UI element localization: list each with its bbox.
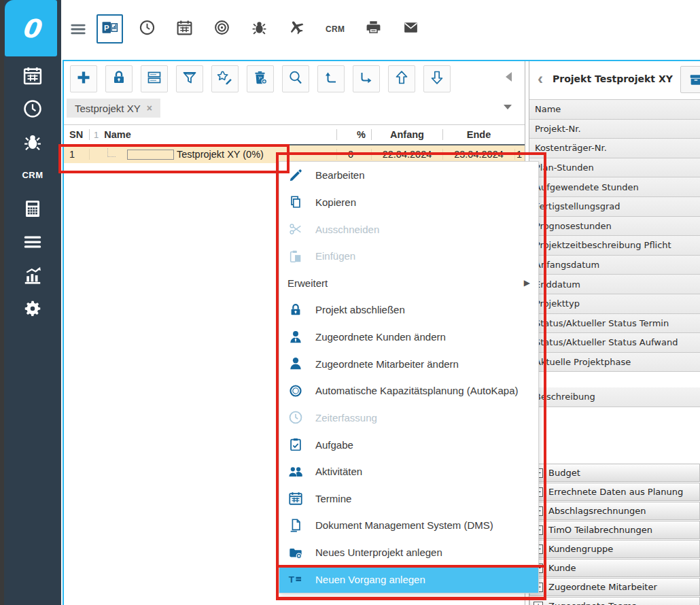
context-menu-item-zugeordnete-mitarbeiter-aendern[interactable]: Zugeordnete Mitarbeiter ändern [279, 350, 538, 377]
field-row[interactable]: Prognosestunden [529, 217, 700, 237]
archive-folder-button[interactable] [680, 66, 700, 93]
app-time-tracking[interactable] [134, 14, 160, 44]
field-row[interactable]: Kostenträger-Nr. [529, 139, 700, 158]
corner-up-icon [323, 69, 339, 88]
field-label: Kostenträger-Nr. [535, 143, 607, 153]
context-menu-item-autokapa[interactable]: Automatische Kapazitätsplanung (AutoKapa… [279, 377, 538, 404]
tab-list-dropdown[interactable] [504, 105, 512, 109]
field-row-beschreibung[interactable]: Beschreibung [529, 387, 700, 407]
context-menu-item-zugeordnete-kunden-aendern[interactable]: Zugeordnete Kunden ändern [279, 324, 538, 351]
task-icon [287, 436, 304, 453]
sidebar-item-lists[interactable] [4, 225, 61, 258]
folder-plus-icon [287, 544, 304, 561]
context-menu-item-neuen-vorgang-anlegen[interactable]: TNeuen Vorgang anlegen [279, 566, 538, 593]
sidebar-item-bug-tracker[interactable] [4, 125, 61, 158]
column-header-percent[interactable]: % [336, 129, 371, 140]
menu-item-label: Aktivitäten [315, 466, 362, 477]
field-row[interactable]: Projekttyp [529, 294, 700, 314]
panel-section[interactable]: Abschlagsrechnungen [529, 502, 700, 520]
level-up-button[interactable] [317, 65, 345, 92]
sidebar-item-calendar[interactable] [4, 58, 61, 92]
app-calendar[interactable] [171, 14, 198, 44]
field-row[interactable]: Enddatum [529, 275, 700, 294]
menu-item-label: Bearbeiten [315, 169, 365, 181]
menu-item-label: Einfügen [315, 250, 355, 262]
field-row[interactable]: Plan-Stunden [529, 158, 700, 178]
collapse-panel-button[interactable] [506, 72, 512, 82]
lock-icon [111, 69, 127, 88]
panel-section[interactable]: Kundengruppe [529, 540, 700, 558]
app-crm[interactable]: CRM [321, 20, 349, 39]
add-button[interactable] [70, 65, 97, 92]
row-sn: 1 [64, 149, 89, 160]
sidebar-item-calculator[interactable] [4, 192, 61, 225]
field-label: Projekttyp [535, 298, 580, 309]
app-targets[interactable] [209, 14, 235, 44]
scissors-icon [287, 221, 304, 237]
field-row[interactable]: Aktuelle Projektphase [529, 353, 700, 373]
sidebar-item-reports[interactable] [4, 258, 61, 292]
sort-indicator: 1 [94, 130, 99, 140]
context-menu-item-dms[interactable]: Dokument Management System (DMS) [279, 512, 538, 539]
sidebar-item-settings[interactable] [4, 292, 61, 325]
column-header-anfang[interactable]: Anfang [371, 129, 442, 140]
context-menu-item-bearbeiten[interactable]: Bearbeiten [279, 162, 538, 189]
app-logo[interactable]: 0 [5, 0, 57, 56]
column-header-sn[interactable]: SN [64, 129, 89, 140]
panel-section[interactable]: Zugeordnete Mitarbeiter [529, 578, 700, 596]
context-menu-item-neues-unterprojekt-anlegen[interactable]: Neues Unterprojekt anlegen [279, 539, 538, 566]
list-view-button[interactable] [141, 65, 168, 92]
search-button[interactable] [282, 65, 309, 92]
gantt-bar[interactable] [127, 150, 174, 160]
menu-item-label: Kopieren [315, 196, 356, 208]
field-row[interactable]: Status/Aktueller Status Aufwand [529, 333, 700, 353]
field-row[interactable]: Projektzeitbeschreibung Pflicht [529, 236, 700, 256]
close-icon[interactable]: × [147, 103, 152, 114]
panel-section[interactable]: TimO Teilabrechnungen [529, 521, 700, 539]
move-down-button[interactable] [423, 65, 451, 92]
field-row[interactable]: Aufgewendete Stunden [529, 177, 700, 197]
app-printing[interactable] [360, 14, 387, 44]
sidebar-item-time[interactable] [4, 92, 61, 125]
app-mail[interactable] [398, 14, 424, 44]
context-menu-item-aufgabe[interactable]: Aufgabe [279, 431, 538, 458]
field-row[interactable]: Fertigstellungsgrad [529, 197, 700, 217]
column-header-name[interactable]: 1 Name [89, 129, 336, 140]
clock-icon [139, 19, 156, 39]
favorites-edit-button[interactable] [211, 65, 239, 92]
lock-button[interactable] [105, 65, 133, 92]
right-panel-title: Projekt Testprojekt XY [553, 73, 673, 84]
app-travel[interactable] [283, 14, 310, 44]
context-menu-item-kopieren[interactable]: Kopieren [279, 189, 538, 216]
context-menu-item-projekt-abschliessen[interactable]: Projekt abschließen [279, 296, 538, 324]
sidebar-item-crm[interactable]: CRM [4, 158, 61, 192]
field-row[interactable]: Projekt-Nr. [529, 120, 700, 139]
panel-sections: BudgetErrechnete Daten aus PlanungAbschl… [529, 464, 700, 605]
app-bug-tracker[interactable] [246, 14, 273, 44]
context-menu-item-aktivitaeten[interactable]: Aktivitäten [279, 458, 538, 485]
level-down-button[interactable] [353, 65, 380, 92]
menu-bars-icon[interactable] [69, 20, 87, 38]
recycle-bin-button[interactable] [247, 65, 274, 92]
field-row[interactable]: Status/Aktueller Status Termin [529, 314, 700, 334]
context-menu-item-erweitert[interactable]: Erweitert▶ [279, 270, 538, 297]
move-up-button[interactable] [388, 65, 415, 92]
field-label: Prognosestunden [535, 221, 612, 231]
filter-button[interactable] [176, 65, 203, 92]
gear-icon [22, 298, 43, 319]
expand-plus-icon[interactable] [533, 602, 543, 605]
printer-icon [365, 19, 382, 39]
context-menu-item-termine[interactable]: Termine [279, 485, 538, 513]
field-label: Status/Aktueller Status Aufwand [535, 337, 678, 347]
panel-section[interactable]: Budget [529, 464, 700, 482]
field-row[interactable]: Anfangsdatum [529, 256, 700, 275]
tab-testprojekt[interactable]: Testprojekt XY × [67, 99, 160, 118]
app-projects[interactable]: P [97, 14, 123, 44]
back-chevron-icon[interactable]: ‹ [538, 71, 543, 87]
panel-section[interactable]: Zugeordnete Teams [529, 597, 700, 605]
field-row[interactable]: Name [529, 100, 700, 120]
row-start-date: 22.04.2024 [371, 149, 442, 160]
panel-section[interactable]: Kunde [529, 559, 700, 577]
column-header-ende[interactable]: Ende [442, 129, 514, 140]
panel-section[interactable]: Errechnete Daten aus Planung [529, 483, 700, 501]
